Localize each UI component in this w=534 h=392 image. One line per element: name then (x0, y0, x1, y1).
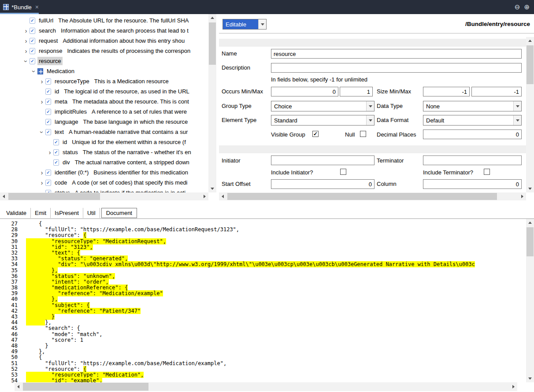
tree-item[interactable]: ✓divThe actual narrative content, a stri… (0, 157, 208, 167)
tree-item[interactable]: ✓fullUrlThe Absolute URL for the resourc… (0, 15, 208, 26)
chevron-right-icon[interactable]: › (38, 170, 45, 176)
chevron-down-icon[interactable]: › (31, 68, 37, 75)
tab-ispresent[interactable]: IsPresent (51, 208, 83, 218)
tree-item[interactable]: ›✓responseIndicates the results of proce… (0, 46, 208, 56)
tree-item[interactable]: ›✓codeA code (or set of codes) that spec… (0, 178, 208, 188)
document-json-view[interactable]: 27 {28 "fullUrl": "https://example.com/b… (0, 219, 526, 382)
scrollbar-thumb[interactable] (527, 227, 534, 256)
highlighted-code-text: "reference": "Medication/example" (26, 290, 163, 296)
tree-item[interactable]: ›✓statusThe status of the narrative - wh… (0, 147, 208, 157)
tree-item[interactable]: ›✓searchInformation about the search pro… (0, 26, 208, 36)
titlebar-controls: ⊖ ⊕ (515, 0, 530, 14)
scroll-down-button[interactable] (208, 185, 216, 192)
scroll-left-button[interactable] (15, 382, 22, 391)
tree-item[interactable]: ✓idUnique id for the element within a re… (0, 137, 208, 147)
decimal-places-input[interactable] (423, 129, 522, 139)
chevron-down-icon[interactable] (258, 19, 266, 29)
data-format-select[interactable]: Default (423, 115, 522, 126)
tab-document[interactable]: Document (101, 208, 137, 218)
tree-item[interactable]: ✓languageThe base language in which the … (0, 117, 208, 127)
tree-item[interactable]: ›✓resourceTypeThis is a Medication resou… (0, 76, 208, 86)
chevron-right-icon[interactable]: › (38, 180, 45, 186)
include-initiator-checkbox[interactable] (340, 169, 346, 175)
line-number: 45 (0, 325, 18, 331)
element-type-select[interactable]: Standard (271, 115, 375, 126)
line-number: 50 (0, 355, 18, 360)
tab-close-icon[interactable]: × (35, 4, 39, 10)
chevron-down-icon[interactable] (513, 101, 521, 111)
tree-item-description: Information about the search process tha… (61, 27, 189, 34)
terminator-input[interactable] (423, 155, 522, 165)
data-type-label: Data Type (377, 103, 403, 109)
include-terminator-checkbox[interactable] (484, 169, 490, 175)
scrollbar-thumb[interactable] (8, 193, 100, 200)
properties-horizontal-scrollbar[interactable] (219, 192, 526, 200)
scroll-up-button[interactable] (526, 37, 534, 44)
chevron-down-icon[interactable] (366, 115, 374, 125)
tab-util[interactable]: Util (83, 208, 100, 218)
column-input[interactable] (423, 179, 522, 189)
tab-emit[interactable]: Emit (31, 208, 51, 218)
tree-item[interactable]: ✓implicitRulesA reference to a set of ru… (0, 107, 208, 117)
chevron-right-icon[interactable]: › (38, 78, 45, 85)
document-tab-title: *Bundle (11, 4, 32, 11)
start-offset-input[interactable] (271, 179, 375, 189)
data-type-select[interactable]: None (423, 101, 522, 111)
tree-item[interactable]: ✓idThe logical id of the resource, as us… (0, 86, 208, 96)
visible-group-checkbox[interactable]: ✓ (312, 131, 319, 137)
code-line: 49 }, (0, 349, 526, 355)
occurs-max-input[interactable] (340, 87, 373, 96)
scrollbar-thumb[interactable] (227, 193, 497, 200)
document-horizontal-scrollbar[interactable] (15, 382, 517, 391)
chevron-right-icon[interactable]: › (22, 38, 30, 44)
add-circle-icon[interactable]: ⊕ (524, 3, 530, 11)
properties-vertical-scrollbar[interactable] (526, 37, 534, 192)
tree-horizontal-scrollbar[interactable] (0, 192, 208, 200)
collapse-circle-icon[interactable]: ⊖ (515, 3, 520, 11)
null-checkbox[interactable] (360, 131, 366, 137)
scroll-down-button[interactable] (526, 185, 534, 192)
chevron-down-icon[interactable] (366, 101, 374, 111)
tree-item[interactable]: ›✓textA human-readable narrative that co… (0, 127, 208, 137)
chevron-right-icon[interactable]: › (22, 48, 30, 54)
tree-item[interactable]: ›✓requestAdditional information about ho… (0, 36, 208, 46)
scroll-right-button[interactable] (519, 192, 526, 200)
scroll-left-button[interactable] (0, 192, 7, 200)
tree-item[interactable]: ›Medication (0, 66, 208, 76)
code-line: 34 "div": "\u003cdiv xmlns\u003d\"http:/… (0, 262, 526, 267)
chevron-down-icon[interactable] (513, 115, 521, 125)
chevron-down-icon[interactable]: › (23, 58, 29, 65)
tab-validate[interactable]: Validate (2, 208, 31, 218)
tree-item-label: code (53, 178, 68, 187)
chevron-down-icon[interactable]: › (39, 129, 45, 136)
edit-mode-select[interactable]: Editable (222, 19, 267, 30)
tree-item[interactable]: ✓statusA code to indicate if the medicat… (0, 188, 208, 192)
tree-item[interactable]: ›✓identifier (0:*)Business identifier fo… (0, 167, 208, 178)
scrollbar-thumb[interactable] (527, 45, 534, 84)
tree-item[interactable]: ›✓metaThe metadata about the resource. T… (0, 96, 208, 107)
name-input[interactable] (271, 49, 522, 59)
scroll-up-button[interactable] (526, 219, 534, 226)
code-line: 48 } (0, 343, 526, 349)
group-type-select[interactable]: Choice (271, 101, 375, 111)
tree-item[interactable]: ›✓resource (0, 56, 208, 66)
code-text: "score": 1 (26, 337, 83, 343)
chevron-right-icon[interactable]: › (22, 28, 30, 34)
scroll-right-button[interactable] (201, 192, 208, 200)
scroll-left-button[interactable] (219, 192, 226, 200)
size-max-input[interactable] (471, 87, 522, 96)
scroll-right-button[interactable] (510, 382, 517, 391)
scrollbar-thumb[interactable] (23, 383, 148, 391)
scrollbar-thumb[interactable] (209, 22, 216, 65)
document-vertical-scrollbar[interactable] (526, 219, 534, 382)
occurs-min-input[interactable] (271, 87, 338, 96)
description-input[interactable] (271, 63, 522, 73)
document-tab-bundle[interactable]: *Bundle × (0, 0, 39, 14)
scroll-down-button[interactable] (526, 375, 534, 382)
tree-vertical-scrollbar[interactable] (208, 14, 216, 192)
chevron-right-icon[interactable]: › (46, 149, 53, 155)
scroll-up-button[interactable] (208, 14, 216, 22)
chevron-right-icon[interactable]: › (38, 99, 45, 105)
size-min-input[interactable] (423, 87, 470, 96)
initiator-input[interactable] (271, 155, 375, 165)
